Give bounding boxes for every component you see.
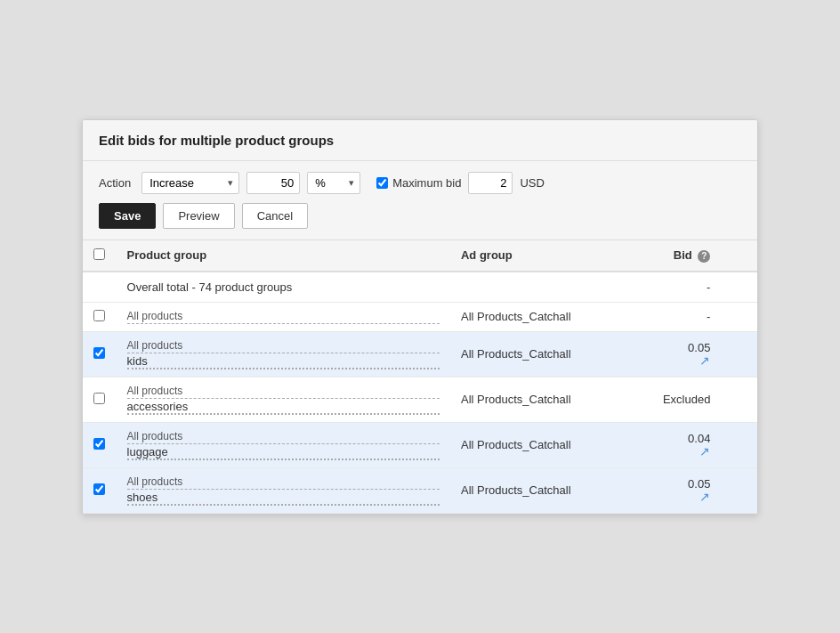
bid-cell: -	[631, 302, 721, 331]
save-button[interactable]: Save	[99, 203, 156, 229]
bid-cell: 0.04 ↗	[631, 422, 721, 467]
bid-cell: 0.05 ↗	[631, 467, 721, 513]
toolbar-row2: Save Preview Cancel	[99, 203, 741, 229]
pg-name-label: shoes	[127, 491, 440, 506]
actions-cell	[721, 422, 757, 467]
dialog-title: Edit bids for multiple product groups	[99, 133, 334, 148]
row-checkbox-cell	[83, 467, 117, 513]
row-checkbox-cell	[83, 422, 117, 467]
col-header-product-group: Product group	[117, 240, 450, 272]
product-group-cell: All products kids	[117, 331, 450, 377]
max-bid-checkbox[interactable]	[376, 177, 388, 189]
ad-group-cell: All Products_Catchall	[450, 467, 631, 513]
bid-value: Excluded	[663, 393, 710, 406]
row-checkbox-cell	[83, 377, 117, 422]
ad-group-cell: All Products_Catchall	[450, 331, 631, 377]
bid-trend-icon: ↗	[642, 491, 710, 503]
bids-table: Product group Ad group Bid ? Overall tot…	[83, 240, 757, 514]
table-row: All products accessories All Products_Ca…	[83, 377, 757, 422]
row-checkbox[interactable]	[93, 393, 105, 404]
table-header-row: Product group Ad group Bid ?	[83, 240, 757, 272]
pg-name-label: kids	[127, 354, 440, 369]
bid-cell: Excluded	[631, 377, 721, 422]
toolbar: Action Increase Decrease Set to % USD Ma…	[83, 161, 757, 240]
table-row: All products luggage All Products_Catcha…	[83, 422, 757, 467]
product-group-cell: All products shoes	[117, 467, 450, 513]
col-header-bid: Bid ?	[631, 240, 721, 272]
bid-info-icon[interactable]: ?	[698, 250, 710, 263]
row-checkbox[interactable]	[93, 438, 105, 450]
row-checkbox[interactable]	[93, 347, 105, 359]
row-checkbox-cell	[83, 302, 117, 331]
row-checkbox[interactable]	[93, 310, 105, 321]
overall-bid-cell: -	[631, 272, 721, 303]
max-bid-input[interactable]	[468, 172, 513, 194]
toolbar-row1: Action Increase Decrease Set to % USD Ma…	[99, 172, 741, 194]
actions-cell	[721, 377, 757, 422]
currency-label: USD	[520, 176, 544, 190]
bid-value: -	[707, 310, 710, 323]
pg-parent-label: All products	[127, 385, 440, 399]
bid-trend-icon: ↗	[642, 354, 710, 367]
actions-cell	[721, 302, 757, 331]
row-checkbox-cell	[83, 331, 117, 377]
bid-value: 0.05	[688, 341, 710, 354]
action-label: Action	[99, 176, 131, 190]
select-all-checkbox[interactable]	[93, 248, 105, 260]
pg-name-label: accessories	[127, 400, 440, 415]
bid-value: 0.04	[688, 432, 710, 445]
overall-total-row: Overall total - 74 product groups -	[83, 272, 757, 303]
unit-select-wrapper: % USD	[307, 172, 360, 194]
actions-cell	[721, 331, 757, 377]
pg-parent-label: All products	[127, 339, 440, 353]
bid-cell: 0.05 ↗	[631, 331, 721, 377]
pg-parent-label: All products	[127, 475, 440, 490]
overall-actions-cell	[721, 272, 757, 303]
product-group-cell: All products luggage	[117, 422, 450, 467]
product-group-cell: All products	[117, 302, 450, 331]
ad-group-cell: All Products_Catchall	[450, 302, 631, 331]
col-header-actions	[721, 240, 757, 272]
unit-select[interactable]: % USD	[307, 172, 360, 194]
row-checkbox[interactable]	[93, 483, 105, 495]
table-section: Product group Ad group Bid ? Overall tot…	[83, 240, 757, 514]
pg-parent-label: All products	[127, 430, 440, 444]
pg-parent-label: All products	[127, 310, 440, 324]
preview-button[interactable]: Preview	[163, 203, 234, 229]
ad-group-cell: All Products_Catchall	[450, 422, 631, 467]
col-header-checkbox	[83, 240, 117, 272]
col-header-ad-group: Ad group	[450, 240, 631, 272]
table-row: All products kids All Products_Catchall …	[83, 331, 757, 377]
product-group-cell: All products accessories	[117, 377, 450, 422]
table-row: All products shoes All Products_Catchall…	[83, 467, 757, 513]
cancel-button[interactable]: Cancel	[242, 203, 308, 229]
amount-input[interactable]	[246, 172, 300, 194]
pg-name-label: luggage	[127, 445, 440, 460]
max-bid-label[interactable]: Maximum bid	[376, 176, 461, 190]
overall-label-cell: Overall total - 74 product groups	[117, 272, 450, 303]
edit-bids-dialog: Edit bids for multiple product groups Ac…	[82, 119, 758, 515]
action-select-wrapper: Increase Decrease Set to	[141, 172, 239, 194]
ad-group-cell: All Products_Catchall	[450, 377, 631, 422]
overall-ad-group-cell	[450, 272, 631, 303]
max-bid-label-text: Maximum bid	[392, 176, 461, 190]
bid-trend-icon: ↗	[642, 445, 710, 458]
action-select[interactable]: Increase Decrease Set to	[141, 172, 239, 194]
bid-value: 0.05	[688, 477, 710, 491]
overall-checkbox-cell	[83, 272, 117, 303]
table-row: All products All Products_Catchall -	[83, 302, 757, 331]
dialog-header: Edit bids for multiple product groups	[83, 120, 757, 161]
actions-cell	[721, 467, 757, 513]
